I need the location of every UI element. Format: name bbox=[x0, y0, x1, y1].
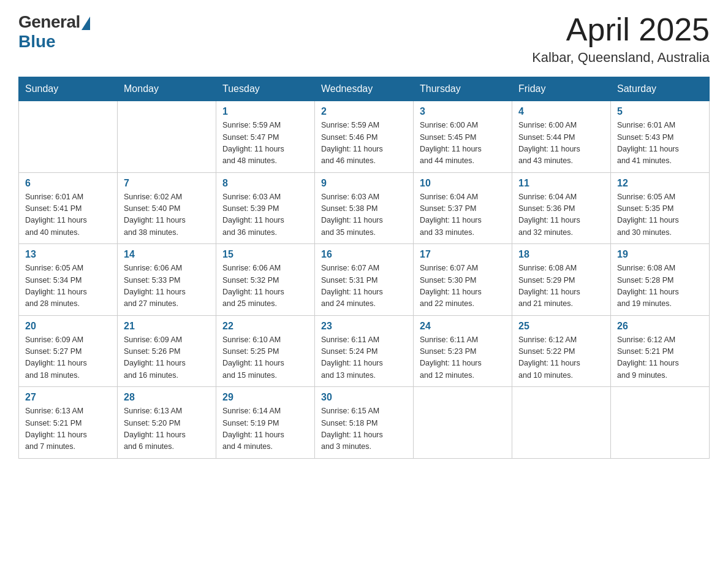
day-number: 2 bbox=[321, 106, 407, 117]
week-row: 1Sunrise: 5:59 AM Sunset: 5:47 PM Daylig… bbox=[19, 101, 710, 173]
logo: General Blue bbox=[18, 12, 90, 52]
calendar-cell: 10Sunrise: 6:04 AM Sunset: 5:37 PM Dayli… bbox=[414, 172, 512, 244]
day-number: 16 bbox=[321, 249, 407, 260]
day-number: 10 bbox=[420, 178, 506, 189]
day-info: Sunrise: 6:09 AM Sunset: 5:27 PM Dayligh… bbox=[25, 334, 111, 382]
location-title: Kalbar, Queensland, Australia bbox=[532, 50, 710, 66]
calendar-cell: 24Sunrise: 6:11 AM Sunset: 5:23 PM Dayli… bbox=[414, 315, 512, 387]
calendar-cell: 17Sunrise: 6:07 AM Sunset: 5:30 PM Dayli… bbox=[414, 244, 512, 316]
day-info: Sunrise: 5:59 AM Sunset: 5:46 PM Dayligh… bbox=[321, 120, 407, 167]
day-number: 28 bbox=[124, 392, 210, 403]
calendar-cell: 19Sunrise: 6:08 AM Sunset: 5:28 PM Dayli… bbox=[611, 244, 710, 316]
calendar-cell bbox=[19, 101, 118, 173]
day-info: Sunrise: 6:08 AM Sunset: 5:28 PM Dayligh… bbox=[617, 262, 703, 310]
calendar-cell: 13Sunrise: 6:05 AM Sunset: 5:34 PM Dayli… bbox=[19, 244, 118, 316]
day-info: Sunrise: 6:11 AM Sunset: 5:23 PM Dayligh… bbox=[420, 334, 506, 382]
day-info: Sunrise: 6:10 AM Sunset: 5:25 PM Dayligh… bbox=[222, 334, 308, 382]
calendar-cell bbox=[414, 387, 512, 459]
day-info: Sunrise: 6:15 AM Sunset: 5:18 PM Dayligh… bbox=[321, 405, 407, 453]
day-number: 27 bbox=[25, 392, 111, 403]
day-info: Sunrise: 6:05 AM Sunset: 5:35 PM Dayligh… bbox=[617, 191, 703, 239]
logo-general-text: General bbox=[18, 12, 80, 32]
calendar-cell: 30Sunrise: 6:15 AM Sunset: 5:18 PM Dayli… bbox=[315, 387, 414, 459]
calendar-cell: 26Sunrise: 6:12 AM Sunset: 5:21 PM Dayli… bbox=[611, 315, 710, 387]
day-info: Sunrise: 6:13 AM Sunset: 5:21 PM Dayligh… bbox=[25, 405, 111, 453]
day-info: Sunrise: 6:04 AM Sunset: 5:37 PM Dayligh… bbox=[420, 191, 506, 239]
calendar-cell bbox=[611, 387, 710, 459]
day-of-week-header: Sunday bbox=[19, 77, 118, 101]
day-of-week-header: Friday bbox=[512, 77, 611, 101]
day-info: Sunrise: 6:01 AM Sunset: 5:43 PM Dayligh… bbox=[617, 120, 703, 167]
calendar-cell: 2Sunrise: 5:59 AM Sunset: 5:46 PM Daylig… bbox=[315, 101, 414, 173]
day-number: 22 bbox=[222, 321, 308, 332]
day-number: 25 bbox=[518, 321, 604, 332]
day-of-week-header: Saturday bbox=[611, 77, 710, 101]
day-info: Sunrise: 6:12 AM Sunset: 5:22 PM Dayligh… bbox=[518, 334, 604, 382]
calendar-cell: 6Sunrise: 6:01 AM Sunset: 5:41 PM Daylig… bbox=[19, 172, 118, 244]
day-info: Sunrise: 6:07 AM Sunset: 5:30 PM Dayligh… bbox=[420, 262, 506, 310]
day-number: 1 bbox=[222, 106, 308, 117]
day-info: Sunrise: 6:03 AM Sunset: 5:39 PM Dayligh… bbox=[222, 191, 308, 239]
day-info: Sunrise: 6:04 AM Sunset: 5:36 PM Dayligh… bbox=[518, 191, 604, 239]
week-row: 27Sunrise: 6:13 AM Sunset: 5:21 PM Dayli… bbox=[19, 387, 710, 459]
day-number: 29 bbox=[222, 392, 308, 403]
week-row: 13Sunrise: 6:05 AM Sunset: 5:34 PM Dayli… bbox=[19, 244, 710, 316]
day-info: Sunrise: 6:08 AM Sunset: 5:29 PM Dayligh… bbox=[518, 262, 604, 310]
day-number: 14 bbox=[124, 249, 210, 260]
day-info: Sunrise: 6:14 AM Sunset: 5:19 PM Dayligh… bbox=[222, 405, 308, 453]
day-number: 30 bbox=[321, 392, 407, 403]
day-number: 6 bbox=[25, 178, 111, 189]
day-number: 26 bbox=[617, 321, 703, 332]
calendar-cell: 8Sunrise: 6:03 AM Sunset: 5:39 PM Daylig… bbox=[216, 172, 315, 244]
week-row: 20Sunrise: 6:09 AM Sunset: 5:27 PM Dayli… bbox=[19, 315, 710, 387]
calendar-cell: 11Sunrise: 6:04 AM Sunset: 5:36 PM Dayli… bbox=[512, 172, 611, 244]
day-number: 5 bbox=[617, 106, 703, 117]
day-info: Sunrise: 6:12 AM Sunset: 5:21 PM Dayligh… bbox=[617, 334, 703, 382]
week-row: 6Sunrise: 6:01 AM Sunset: 5:41 PM Daylig… bbox=[19, 172, 710, 244]
day-info: Sunrise: 6:06 AM Sunset: 5:32 PM Dayligh… bbox=[222, 262, 308, 310]
calendar-cell: 15Sunrise: 6:06 AM Sunset: 5:32 PM Dayli… bbox=[216, 244, 315, 316]
calendar-cell: 27Sunrise: 6:13 AM Sunset: 5:21 PM Dayli… bbox=[19, 387, 118, 459]
day-number: 4 bbox=[518, 106, 604, 117]
calendar-cell bbox=[118, 101, 216, 173]
day-number: 18 bbox=[518, 249, 604, 260]
day-info: Sunrise: 6:07 AM Sunset: 5:31 PM Dayligh… bbox=[321, 262, 407, 310]
day-of-week-header: Wednesday bbox=[315, 77, 414, 101]
calendar-cell: 28Sunrise: 6:13 AM Sunset: 5:20 PM Dayli… bbox=[118, 387, 216, 459]
month-title: April 2025 bbox=[532, 12, 710, 47]
calendar-body: 1Sunrise: 5:59 AM Sunset: 5:47 PM Daylig… bbox=[19, 101, 710, 459]
day-info: Sunrise: 6:03 AM Sunset: 5:38 PM Dayligh… bbox=[321, 191, 407, 239]
calendar-cell: 7Sunrise: 6:02 AM Sunset: 5:40 PM Daylig… bbox=[118, 172, 216, 244]
day-info: Sunrise: 6:09 AM Sunset: 5:26 PM Dayligh… bbox=[124, 334, 210, 382]
day-number: 17 bbox=[420, 249, 506, 260]
day-info: Sunrise: 6:06 AM Sunset: 5:33 PM Dayligh… bbox=[124, 262, 210, 310]
day-info: Sunrise: 6:00 AM Sunset: 5:45 PM Dayligh… bbox=[420, 120, 506, 167]
day-number: 7 bbox=[124, 178, 210, 189]
day-info: Sunrise: 6:01 AM Sunset: 5:41 PM Dayligh… bbox=[25, 191, 111, 239]
calendar-cell: 5Sunrise: 6:01 AM Sunset: 5:43 PM Daylig… bbox=[611, 101, 710, 173]
day-info: Sunrise: 6:11 AM Sunset: 5:24 PM Dayligh… bbox=[321, 334, 407, 382]
days-of-week-row: SundayMondayTuesdayWednesdayThursdayFrid… bbox=[19, 77, 710, 101]
day-info: Sunrise: 6:02 AM Sunset: 5:40 PM Dayligh… bbox=[124, 191, 210, 239]
day-info: Sunrise: 6:05 AM Sunset: 5:34 PM Dayligh… bbox=[25, 262, 111, 310]
calendar-cell: 9Sunrise: 6:03 AM Sunset: 5:38 PM Daylig… bbox=[315, 172, 414, 244]
day-number: 13 bbox=[25, 249, 111, 260]
day-number: 20 bbox=[25, 321, 111, 332]
calendar-cell: 25Sunrise: 6:12 AM Sunset: 5:22 PM Dayli… bbox=[512, 315, 611, 387]
calendar-cell: 29Sunrise: 6:14 AM Sunset: 5:19 PM Dayli… bbox=[216, 387, 315, 459]
calendar-table: SundayMondayTuesdayWednesdayThursdayFrid… bbox=[18, 77, 710, 459]
day-number: 11 bbox=[518, 178, 604, 189]
title-section: April 2025 Kalbar, Queensland, Australia bbox=[532, 12, 710, 66]
logo-triangle-icon bbox=[82, 17, 90, 30]
calendar-cell: 1Sunrise: 5:59 AM Sunset: 5:47 PM Daylig… bbox=[216, 101, 315, 173]
calendar-cell: 12Sunrise: 6:05 AM Sunset: 5:35 PM Dayli… bbox=[611, 172, 710, 244]
day-number: 8 bbox=[222, 178, 308, 189]
day-number: 19 bbox=[617, 249, 703, 260]
day-number: 12 bbox=[617, 178, 703, 189]
day-of-week-header: Thursday bbox=[414, 77, 512, 101]
calendar-cell: 23Sunrise: 6:11 AM Sunset: 5:24 PM Dayli… bbox=[315, 315, 414, 387]
day-info: Sunrise: 6:13 AM Sunset: 5:20 PM Dayligh… bbox=[124, 405, 210, 453]
page-header: General Blue April 2025 Kalbar, Queensla… bbox=[18, 12, 710, 66]
logo-blue-text: Blue bbox=[18, 32, 56, 52]
calendar-cell: 21Sunrise: 6:09 AM Sunset: 5:26 PM Dayli… bbox=[118, 315, 216, 387]
